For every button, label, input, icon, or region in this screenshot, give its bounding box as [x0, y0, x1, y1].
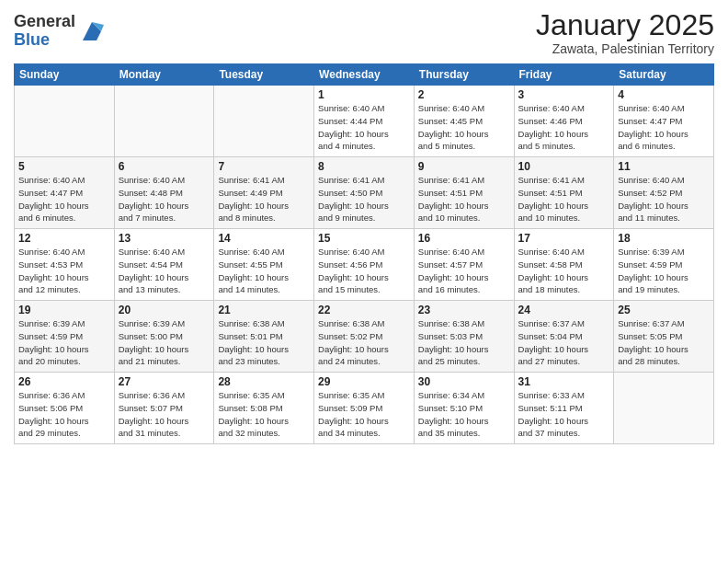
- day-info: Sunrise: 6:40 AM Sunset: 4:54 PM Dayligh…: [119, 246, 210, 296]
- day-info: Sunrise: 6:40 AM Sunset: 4:53 PM Dayligh…: [18, 246, 110, 296]
- calendar-cell: 12Sunrise: 6:40 AM Sunset: 4:53 PM Dayli…: [15, 229, 115, 301]
- calendar-cell: 6Sunrise: 6:40 AM Sunset: 4:48 PM Daylig…: [114, 157, 214, 229]
- day-info: Sunrise: 6:38 AM Sunset: 5:02 PM Dayligh…: [318, 317, 410, 368]
- day-info: Sunrise: 6:37 AM Sunset: 5:05 PM Dayligh…: [618, 317, 710, 368]
- calendar-cell: 14Sunrise: 6:40 AM Sunset: 4:55 PM Dayli…: [214, 229, 314, 301]
- day-info: Sunrise: 6:41 AM Sunset: 4:51 PM Dayligh…: [418, 174, 510, 224]
- calendar-cell: 23Sunrise: 6:38 AM Sunset: 5:03 PM Dayli…: [414, 301, 514, 373]
- calendar-cell: 15Sunrise: 6:40 AM Sunset: 4:56 PM Dayli…: [314, 229, 415, 301]
- calendar-cell: 27Sunrise: 6:36 AM Sunset: 5:07 PM Dayli…: [114, 373, 214, 444]
- day-info: Sunrise: 6:41 AM Sunset: 4:51 PM Dayligh…: [518, 174, 610, 224]
- day-number: 7: [218, 160, 310, 173]
- day-number: 19: [18, 304, 110, 316]
- day-info: Sunrise: 6:33 AM Sunset: 5:11 PM Dayligh…: [518, 389, 610, 440]
- header-sunday: Sunday: [15, 64, 115, 86]
- calendar-cell: 25Sunrise: 6:37 AM Sunset: 5:05 PM Dayli…: [614, 301, 714, 373]
- header-thursday: Thursday: [414, 64, 514, 86]
- calendar-week-4: 19Sunrise: 6:39 AM Sunset: 4:59 PM Dayli…: [15, 301, 714, 373]
- header-tuesday: Tuesday: [214, 64, 314, 86]
- day-number: 22: [318, 304, 410, 316]
- day-info: Sunrise: 6:39 AM Sunset: 4:59 PM Dayligh…: [18, 317, 110, 368]
- day-number: 24: [518, 304, 610, 316]
- day-info: Sunrise: 6:40 AM Sunset: 4:52 PM Dayligh…: [618, 174, 710, 224]
- day-info: Sunrise: 6:41 AM Sunset: 4:50 PM Dayligh…: [318, 174, 410, 224]
- day-number: 9: [418, 160, 510, 173]
- day-number: 13: [119, 232, 210, 245]
- day-number: 27: [119, 375, 210, 388]
- calendar-cell: 29Sunrise: 6:35 AM Sunset: 5:09 PM Dayli…: [314, 373, 415, 444]
- calendar-cell: 5Sunrise: 6:40 AM Sunset: 4:47 PM Daylig…: [15, 157, 115, 229]
- day-number: 21: [218, 304, 310, 316]
- day-number: 14: [218, 232, 310, 245]
- day-number: 2: [418, 88, 510, 101]
- day-info: Sunrise: 6:39 AM Sunset: 4:59 PM Dayligh…: [618, 246, 710, 296]
- day-number: 12: [18, 232, 110, 245]
- day-number: 4: [618, 88, 710, 101]
- day-number: 8: [318, 160, 410, 173]
- calendar-cell: 2Sunrise: 6:40 AM Sunset: 4:45 PM Daylig…: [414, 86, 514, 157]
- day-info: Sunrise: 6:39 AM Sunset: 5:00 PM Dayligh…: [119, 317, 210, 368]
- page: General Blue January 2025 Zawata, Palest…: [0, 0, 728, 563]
- calendar-cell: 4Sunrise: 6:40 AM Sunset: 4:47 PM Daylig…: [614, 86, 714, 157]
- day-number: 18: [618, 232, 710, 245]
- calendar-week-5: 26Sunrise: 6:36 AM Sunset: 5:06 PM Dayli…: [15, 373, 714, 444]
- day-number: 1: [318, 88, 410, 101]
- day-info: Sunrise: 6:40 AM Sunset: 4:48 PM Dayligh…: [119, 174, 210, 224]
- calendar-cell: 30Sunrise: 6:34 AM Sunset: 5:10 PM Dayli…: [414, 373, 514, 444]
- calendar-cell: 8Sunrise: 6:41 AM Sunset: 4:50 PM Daylig…: [314, 157, 415, 229]
- day-info: Sunrise: 6:41 AM Sunset: 4:49 PM Dayligh…: [218, 174, 310, 224]
- calendar-cell: [614, 373, 714, 444]
- calendar-header-row: Sunday Monday Tuesday Wednesday Thursday…: [15, 64, 714, 86]
- day-info: Sunrise: 6:40 AM Sunset: 4:55 PM Dayligh…: [218, 246, 310, 296]
- day-number: 17: [518, 232, 610, 245]
- calendar-cell: 18Sunrise: 6:39 AM Sunset: 4:59 PM Dayli…: [614, 229, 714, 301]
- day-info: Sunrise: 6:40 AM Sunset: 4:44 PM Dayligh…: [318, 102, 410, 153]
- day-number: 10: [518, 160, 610, 173]
- calendar-cell: 13Sunrise: 6:40 AM Sunset: 4:54 PM Dayli…: [114, 229, 214, 301]
- calendar-cell: 1Sunrise: 6:40 AM Sunset: 4:44 PM Daylig…: [314, 86, 415, 157]
- day-number: 3: [518, 88, 610, 101]
- calendar-cell: [114, 86, 214, 157]
- calendar-cell: 16Sunrise: 6:40 AM Sunset: 4:57 PM Dayli…: [414, 229, 514, 301]
- calendar-week-3: 12Sunrise: 6:40 AM Sunset: 4:53 PM Dayli…: [15, 229, 714, 301]
- day-info: Sunrise: 6:40 AM Sunset: 4:56 PM Dayligh…: [318, 246, 410, 296]
- logo-text: General Blue: [14, 13, 75, 50]
- header-friday: Friday: [514, 64, 614, 86]
- calendar-cell: 28Sunrise: 6:35 AM Sunset: 5:08 PM Dayli…: [214, 373, 314, 444]
- day-number: 16: [418, 232, 510, 245]
- location: Zawata, Palestinian Territory: [536, 41, 714, 56]
- day-info: Sunrise: 6:40 AM Sunset: 4:58 PM Dayligh…: [518, 246, 610, 296]
- header-saturday: Saturday: [614, 64, 714, 86]
- calendar-cell: 9Sunrise: 6:41 AM Sunset: 4:51 PM Daylig…: [414, 157, 514, 229]
- day-info: Sunrise: 6:40 AM Sunset: 4:45 PM Dayligh…: [418, 102, 510, 153]
- header: General Blue January 2025 Zawata, Palest…: [14, 9, 714, 56]
- day-number: 20: [119, 304, 210, 316]
- day-number: 30: [418, 375, 510, 388]
- logo-general: General: [14, 13, 75, 31]
- day-number: 5: [18, 160, 110, 173]
- day-info: Sunrise: 6:36 AM Sunset: 5:07 PM Dayligh…: [119, 389, 210, 440]
- header-monday: Monday: [114, 64, 214, 86]
- calendar-cell: 11Sunrise: 6:40 AM Sunset: 4:52 PM Dayli…: [614, 157, 714, 229]
- day-info: Sunrise: 6:40 AM Sunset: 4:47 PM Dayligh…: [18, 174, 110, 224]
- calendar-cell: 3Sunrise: 6:40 AM Sunset: 4:46 PM Daylig…: [514, 86, 614, 157]
- day-info: Sunrise: 6:38 AM Sunset: 5:01 PM Dayligh…: [218, 317, 310, 368]
- day-number: 31: [518, 375, 610, 388]
- calendar-cell: 19Sunrise: 6:39 AM Sunset: 4:59 PM Dayli…: [15, 301, 115, 373]
- calendar-cell: [214, 86, 314, 157]
- logo-icon: [78, 17, 106, 45]
- day-info: Sunrise: 6:40 AM Sunset: 4:47 PM Dayligh…: [618, 102, 710, 153]
- header-wednesday: Wednesday: [314, 64, 415, 86]
- calendar-cell: 22Sunrise: 6:38 AM Sunset: 5:02 PM Dayli…: [314, 301, 415, 373]
- calendar-cell: 31Sunrise: 6:33 AM Sunset: 5:11 PM Dayli…: [514, 373, 614, 444]
- day-info: Sunrise: 6:35 AM Sunset: 5:08 PM Dayligh…: [218, 389, 310, 440]
- calendar-table: Sunday Monday Tuesday Wednesday Thursday…: [14, 63, 714, 444]
- logo-blue: Blue: [14, 31, 75, 50]
- calendar-week-2: 5Sunrise: 6:40 AM Sunset: 4:47 PM Daylig…: [15, 157, 714, 229]
- calendar-week-1: 1Sunrise: 6:40 AM Sunset: 4:44 PM Daylig…: [15, 86, 714, 157]
- title-area: January 2025 Zawata, Palestinian Territo…: [536, 9, 714, 56]
- calendar-cell: 21Sunrise: 6:38 AM Sunset: 5:01 PM Dayli…: [214, 301, 314, 373]
- day-info: Sunrise: 6:36 AM Sunset: 5:06 PM Dayligh…: [18, 389, 110, 440]
- calendar-cell: 17Sunrise: 6:40 AM Sunset: 4:58 PM Dayli…: [514, 229, 614, 301]
- day-number: 29: [318, 375, 410, 388]
